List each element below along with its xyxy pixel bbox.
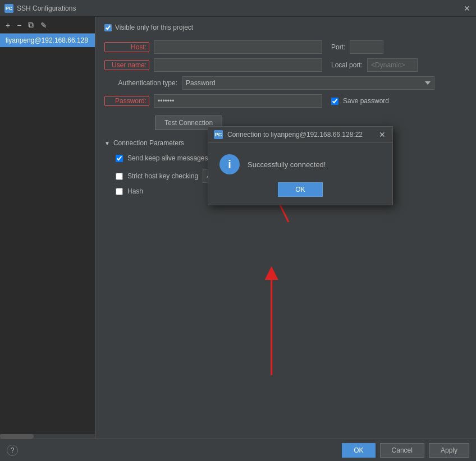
right-panel: Visible only for this project Host: 192.… <box>95 17 476 439</box>
info-icon: i <box>219 154 240 174</box>
sidebar-toolbar: + − ⧉ ✎ <box>0 17 95 34</box>
edit-config-button[interactable]: ✎ <box>38 20 49 31</box>
remove-config-button[interactable]: − <box>15 20 24 31</box>
connection-params-label: Connection Parameters <box>113 139 184 147</box>
keepalive-checkbox[interactable] <box>116 155 123 162</box>
hash-checkbox[interactable] <box>116 188 123 195</box>
username-input[interactable]: liyanpeng <box>154 58 322 72</box>
dialog-close-button[interactable]: ✕ <box>378 130 387 139</box>
password-label: Password: <box>104 96 149 106</box>
window-title: SSH Configurations <box>17 4 463 12</box>
sidebar-scrollbar[interactable] <box>0 434 95 439</box>
visible-only-checkbox[interactable] <box>104 24 112 31</box>
help-button[interactable]: ? <box>7 445 18 456</box>
bottom-bar: ? OK Cancel Apply <box>0 439 476 461</box>
host-label: Host: <box>104 42 149 52</box>
sidebar-scrollbar-thumb <box>0 434 34 439</box>
main-content: + − ⧉ ✎ liyanpeng@192.168.66.128 Visible… <box>0 17 476 439</box>
visible-only-row: Visible only for this project <box>104 24 467 31</box>
port-input[interactable]: 22 <box>350 40 383 54</box>
save-password-checkbox[interactable] <box>331 98 338 105</box>
sidebar-item-config[interactable]: liyanpeng@192.168.66.128 <box>0 34 95 47</box>
window-controls: ✕ <box>463 4 472 13</box>
title-bar: PC SSH Configurations ✕ <box>0 0 476 17</box>
apply-button[interactable]: Apply <box>429 443 469 458</box>
local-port-input[interactable]: <Dynamic> <box>367 58 418 72</box>
ok-button[interactable]: OK <box>342 443 375 458</box>
save-password-label: Save password <box>343 97 389 105</box>
add-config-button[interactable]: + <box>3 20 12 31</box>
strict-host-label: Strict host key checking <box>127 172 198 180</box>
bottom-actions: OK Cancel Apply <box>342 443 469 458</box>
visible-only-label: Visible only for this project <box>115 24 193 31</box>
connection-dialog: PC Connection to liyanpeng@192.168.66.12… <box>208 126 393 205</box>
dialog-body: i Successfully connected! <box>208 143 392 182</box>
strict-host-checkbox[interactable] <box>116 173 123 180</box>
port-label: Port: <box>331 43 345 51</box>
cancel-button[interactable]: Cancel <box>380 443 424 458</box>
dialog-title: Connection to liyanpeng@192.168.66.128:2… <box>227 131 373 139</box>
local-port-label: Local port: <box>331 61 363 69</box>
dialog-app-icon: PC <box>214 130 223 139</box>
copy-config-button[interactable]: ⧉ <box>26 19 36 31</box>
hash-label: Hash <box>127 187 143 195</box>
dialog-message: Successfully connected! <box>248 160 326 169</box>
dialog-footer: OK <box>208 182 392 205</box>
sidebar: + − ⧉ ✎ liyanpeng@192.168.66.128 <box>0 17 95 439</box>
username-label: User name: <box>104 60 149 70</box>
password-input[interactable] <box>154 94 322 108</box>
dialog-titlebar: PC Connection to liyanpeng@192.168.66.12… <box>208 127 392 143</box>
close-button[interactable]: ✕ <box>463 4 472 13</box>
dialog-ok-button[interactable]: OK <box>278 182 322 197</box>
app-icon: PC <box>4 4 13 13</box>
section-arrow-icon: ▼ <box>104 140 110 146</box>
auth-type-select[interactable]: Password <box>182 76 434 90</box>
host-input[interactable]: 192.168.66.128 <box>154 40 322 54</box>
auth-type-label: Authentication type: <box>104 79 177 87</box>
